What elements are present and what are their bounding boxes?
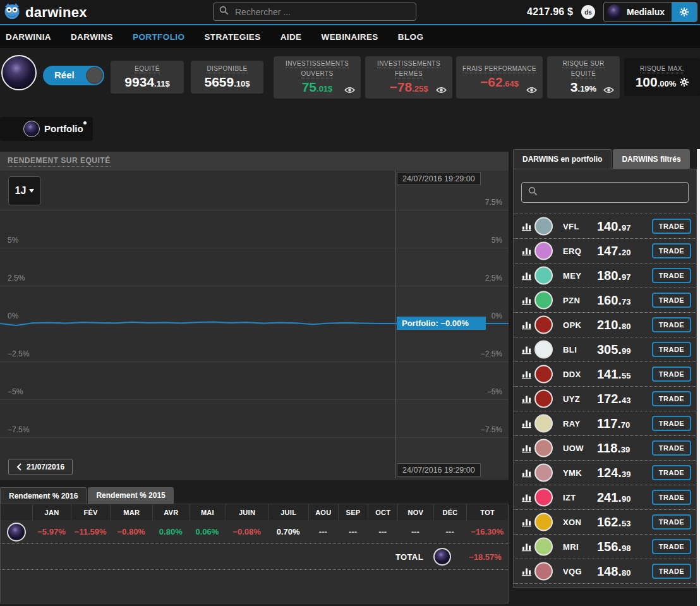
- eye-icon[interactable]: [344, 87, 355, 94]
- nav-aide[interactable]: AIDE: [281, 32, 302, 42]
- trade-button[interactable]: TRADE: [652, 539, 691, 554]
- return-cell-nov: ---: [397, 527, 433, 536]
- equity-return-chart[interactable]: 24/07/2016 19:29:00 24/07/2016 19:29:00 …: [0, 171, 509, 480]
- darwin-row-mri[interactable]: MRI156.98TRADE: [514, 535, 696, 559]
- user-chip[interactable]: Medialux: [603, 2, 697, 22]
- bar-chart-icon[interactable]: [522, 370, 533, 379]
- risk-settings-gear-icon[interactable]: [680, 78, 689, 87]
- return-cell-tot: −16.30%: [466, 527, 508, 536]
- stat-value: −78.25$: [390, 79, 428, 95]
- darwin-color-circle: [534, 242, 553, 260]
- stat-value: 75.01$: [302, 79, 333, 95]
- darwinex-app: darwinex 4217.96 $ ds Medialux DARWINIAD…: [0, 0, 700, 606]
- trade-button[interactable]: TRADE: [652, 564, 691, 579]
- logo[interactable]: darwinex: [3, 3, 87, 22]
- trade-button[interactable]: TRADE: [652, 514, 691, 530]
- trade-button[interactable]: TRADE: [652, 440, 691, 456]
- trade-button[interactable]: TRADE: [652, 219, 691, 234]
- y-tick-right: −5%: [487, 387, 502, 396]
- return-cell-avr: 0.80%: [152, 527, 189, 536]
- darwin-row-uyz[interactable]: UYZ172.43TRADE: [514, 387, 696, 411]
- crosshair-date-bottom: 24/07/2016 19:29:00: [397, 463, 481, 476]
- darwin-row-vqg[interactable]: VQG148.80TRADE: [514, 559, 696, 584]
- darwin-row-izt[interactable]: IZT241.90TRADE: [514, 485, 696, 510]
- eye-icon[interactable]: [436, 87, 447, 94]
- trade-button[interactable]: TRADE: [652, 293, 691, 308]
- bar-chart-icon[interactable]: [522, 222, 533, 231]
- bar-chart-icon[interactable]: [522, 493, 533, 502]
- darwin-row-ray[interactable]: RAY117.70TRADE: [514, 411, 696, 436]
- eye-icon[interactable]: [603, 87, 614, 94]
- bar-chart-icon[interactable]: [522, 444, 533, 453]
- header-search[interactable]: [213, 3, 416, 21]
- range-selector-button[interactable]: 1J: [8, 176, 41, 205]
- search-input[interactable]: [234, 6, 410, 18]
- user-avatar: [607, 4, 622, 20]
- darwin-row-erq[interactable]: ERQ147.20TRADE: [514, 239, 696, 264]
- trade-button[interactable]: TRADE: [652, 490, 691, 505]
- bar-chart-icon[interactable]: [522, 518, 533, 527]
- trade-button[interactable]: TRADE: [652, 317, 691, 332]
- trade-button[interactable]: TRADE: [652, 416, 691, 431]
- darwin-row-xon[interactable]: XON162.53TRADE: [514, 510, 696, 535]
- darwins-search[interactable]: [521, 182, 689, 203]
- tab-darwins-filtr-s[interactable]: DARWINS filtrés: [613, 149, 689, 169]
- username: Medialux: [627, 7, 665, 17]
- logo-text: darwinex: [25, 4, 87, 21]
- header-cell-juin: JUIN: [226, 504, 269, 520]
- darwin-row-pzn[interactable]: PZN160.73TRADE: [514, 288, 696, 313]
- bar-chart-icon[interactable]: [522, 296, 533, 305]
- scrollbar[interactable]: [697, 149, 700, 606]
- returns-table-panel: JANFÉVMARAVRMAIJUINJUILAOUSEPOCTNOVDÉCTO…: [0, 504, 509, 603]
- nav-portfolio[interactable]: PORTFOLIO: [133, 32, 184, 42]
- darwin-row-uow[interactable]: UOW118.39TRADE: [514, 436, 696, 461]
- bar-chart-icon[interactable]: [522, 567, 533, 576]
- darwin-row-bli[interactable]: BLI305.99TRADE: [514, 337, 696, 362]
- tab-darwins-en-portfolio[interactable]: DARWINS en portfolio: [513, 149, 612, 169]
- tab-rendement-2015[interactable]: Rendement % 2015: [88, 487, 173, 504]
- bar-chart-icon[interactable]: [522, 542, 533, 552]
- bar-chart-icon[interactable]: [522, 320, 533, 330]
- stat-value: 5659.10$: [204, 74, 250, 90]
- trade-button[interactable]: TRADE: [652, 391, 691, 406]
- trade-button[interactable]: TRADE: [652, 367, 691, 382]
- settings-gear-button[interactable]: [672, 3, 697, 21]
- bar-chart-icon[interactable]: [522, 271, 533, 281]
- trade-button[interactable]: TRADE: [652, 268, 691, 283]
- nav-darwins[interactable]: DARWINS: [71, 32, 113, 42]
- trade-button[interactable]: TRADE: [652, 342, 691, 357]
- darwin-color-circle: [534, 365, 553, 384]
- nav-webinaires[interactable]: WEBINAIRES: [322, 32, 378, 42]
- darwin-quote: 156.98: [597, 540, 631, 554]
- tab-rendement-2016[interactable]: Rendement % 2016: [0, 487, 87, 504]
- bar-chart-icon[interactable]: [522, 246, 533, 256]
- previous-date-button[interactable]: 21/07/2016: [8, 459, 73, 475]
- darwin-row-mey[interactable]: MEY180.97TRADE: [514, 264, 696, 288]
- darwins-search-input[interactable]: [543, 187, 682, 198]
- toggle-knob[interactable]: [86, 67, 103, 84]
- darwin-row-ymk[interactable]: YMK124.39TRADE: [514, 461, 696, 485]
- portfolio-tab[interactable]: Portfolio: [0, 117, 93, 141]
- bar-chart-icon[interactable]: [522, 468, 533, 478]
- trade-button[interactable]: TRADE: [652, 465, 691, 480]
- nav-strategies[interactable]: STRATEGIES: [204, 32, 260, 42]
- ds-badge[interactable]: ds: [581, 5, 595, 19]
- darwin-row-opk[interactable]: OPK210.80TRADE: [514, 313, 696, 337]
- return-cell-déc: ---: [433, 527, 467, 536]
- nav-darwinia[interactable]: DARWINIA: [6, 32, 51, 42]
- darwin-row-ddx[interactable]: DDX141.55TRADE: [514, 362, 696, 387]
- y-tick-left: −2.5%: [8, 349, 29, 358]
- nav-blog[interactable]: BLOG: [398, 32, 424, 42]
- y-tick-right: 2.5%: [485, 274, 502, 282]
- trade-button[interactable]: TRADE: [652, 243, 691, 258]
- stat-label: EQUITÉ: [135, 64, 160, 74]
- return-cell-mai: 0.06%: [189, 527, 226, 536]
- bar-chart-icon[interactable]: [522, 345, 533, 355]
- eye-icon[interactable]: [526, 87, 537, 94]
- darwin-color-circle: [534, 291, 553, 310]
- stat-card-investissements-ouverts: INVESTISSEMENTS OUVERTS75.01$: [274, 56, 361, 99]
- darwin-row-vfl[interactable]: VFL140.97TRADE: [514, 214, 696, 239]
- real-demo-toggle[interactable]: Réel: [43, 66, 104, 85]
- bar-chart-icon[interactable]: [522, 394, 533, 404]
- bar-chart-icon[interactable]: [522, 419, 533, 428]
